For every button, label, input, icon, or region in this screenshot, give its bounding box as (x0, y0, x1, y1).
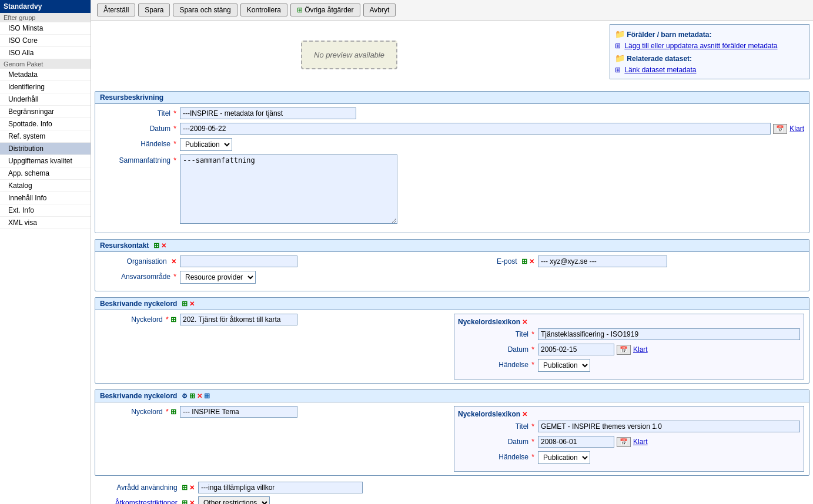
aterstall-button[interactable]: Återställ (97, 4, 135, 16)
nyckelord2-word-add-icon[interactable]: ⊞ (170, 408, 176, 416)
ansvarsomrade-input-wrapper: Resource provider Custodian Owner User D… (180, 271, 446, 284)
nyckelord2-lexikon-cal-btn[interactable]: 📅 (617, 437, 631, 447)
parent-metadata-box: 📁 Förälder / barn metadata: ⊞ Lägg till … (610, 24, 809, 79)
nyckelord1-lexikon-datum-label: Datum * (458, 344, 534, 354)
parent-link[interactable]: Lägg till eller uppdatera avsnitt föräld… (624, 42, 777, 50)
handelse-select[interactable]: Publication Creation Revision (180, 138, 232, 151)
nyckelord1-lexikon-handelse-select[interactable]: Publication Creation Revision (538, 359, 590, 372)
ansvarsomrade-label: Ansvarsområde * (100, 271, 176, 281)
sidebar-item-innehall-info[interactable]: Innehåll Info (0, 192, 91, 204)
nyckelord1-label: Nyckelord * ⊞ (100, 314, 176, 324)
nyckelord2-lexikon-datum-row: Datum * 📅 Klart (458, 436, 800, 448)
resurskontakt-section: Resurskontakt ⊞ ✕ Organisation (95, 239, 809, 291)
nyckelord2-remove-icon[interactable]: ✕ (197, 392, 202, 400)
resurskontakt-add-icon[interactable]: ⊞ (153, 241, 159, 250)
epost-input[interactable] (538, 256, 667, 267)
handelse-row: Händelse * Publication Creation Revision (100, 138, 804, 151)
nyckelord1-lexikon-datum-input[interactable] (538, 344, 614, 355)
avradd-row: Avrådd användning ⊞ ✕ (95, 482, 809, 493)
avradd-input[interactable] (198, 482, 363, 493)
nyckelord2-lexikon-datum-label: Datum * (458, 436, 534, 446)
related-link[interactable]: Länk dataset metadata (624, 66, 696, 74)
sidebar-item-xml-visa[interactable]: XML visa (0, 217, 91, 229)
sammanfattning-row: Sammanfattning * ---sammanfattning (100, 154, 804, 226)
sidebar-item-iso-core[interactable]: ISO Core (0, 35, 91, 47)
datum-input-wrapper: 📅 Klart (180, 123, 804, 135)
folder-icon: 📁 (615, 29, 625, 39)
atkomst-select[interactable]: Other restrictions Copyright Patent Pate… (198, 496, 270, 504)
sidebar-item-iso-minsta[interactable]: ISO Minsta (0, 22, 91, 35)
spara-stang-button[interactable]: Spara och stäng (173, 4, 237, 16)
atkomst-add-icon[interactable]: ⊞ (182, 499, 188, 504)
nyckelord1-lexikon-handelse-label: Händelse * (458, 359, 534, 369)
ansvarsomrade-required: * (173, 273, 176, 281)
organisation-input[interactable] (180, 256, 297, 267)
nyckelord1-word-add-icon[interactable]: ⊞ (170, 315, 176, 324)
expand-icon[interactable]: ⊞ (615, 42, 621, 50)
sidebar-item-metadata[interactable]: Metadata (0, 69, 91, 81)
nyckelord1-lexikon-klart[interactable]: Klart (633, 345, 648, 354)
ansvarsomrade-select[interactable]: Resource provider Custodian Owner User D… (180, 271, 256, 284)
spara-button[interactable]: Spara (138, 4, 170, 16)
sidebar-item-ext-info[interactable]: Ext. Info (0, 204, 91, 217)
nyckelord2-gear-icon[interactable]: ⚙ (182, 392, 188, 400)
avbryt-button[interactable]: Avbryt (363, 4, 396, 16)
nyckelord1-input[interactable] (180, 314, 297, 325)
nyckelord2-lexikon-handelse-row: Händelse * Publication Creation Revision (458, 451, 800, 464)
nyckelord2-lexikon-datum-input[interactable] (538, 436, 614, 448)
sammanfattning-textarea[interactable]: ---sammanfattning (180, 154, 397, 224)
nyckelord2-lexikon-title: Nyckelordslexikon (458, 410, 520, 418)
sidebar-item-identifiering[interactable]: Identifiering (0, 81, 91, 93)
sidebar-item-underhall[interactable]: Underhåll (0, 93, 91, 106)
atkomst-row: Åtkomstrestriktioner ⊞ ✕ Other restricti… (95, 496, 809, 504)
expand2-icon[interactable]: ⊞ (615, 66, 621, 74)
nyckelord1-row: Nyckelord * ⊞ (100, 314, 442, 325)
nyckelord1-section: Beskrivande nyckelord ⊞ ✕ Nyckelord (95, 297, 809, 384)
org-remove-icon[interactable]: ✕ (171, 258, 176, 266)
nyckelord2-lexikon-remove[interactable]: ✕ (522, 411, 527, 418)
datum-cal-button[interactable]: 📅 (773, 124, 787, 134)
nyckelord2-required: * (166, 408, 169, 416)
sidebar-item-distribution[interactable]: Distribution (0, 143, 91, 155)
sidebar-item-uppgifternas-kvalitet[interactable]: Uppgifternas kvalitet (0, 155, 91, 167)
sidebar-item-spottade-info[interactable]: Spottade. Info (0, 118, 91, 130)
datum-required: * (173, 125, 176, 133)
datum-input[interactable] (180, 123, 771, 135)
organisation-row: Organisation ✕ (100, 256, 446, 267)
nyckelord2-lexikon-handelse-select[interactable]: Publication Creation Revision (538, 451, 590, 464)
sidebar-item-begransningar[interactable]: Begränsningar (0, 106, 91, 118)
epost-remove-icon[interactable]: ✕ (529, 258, 534, 266)
datum-row: Datum * 📅 Klart (100, 123, 804, 135)
nyckelord2-lexikon-titel-input[interactable] (538, 421, 800, 432)
nyckelord1-lexikon-titel-input[interactable] (538, 328, 800, 340)
sidebar-item-ref-system[interactable]: Ref. system (0, 130, 91, 143)
no-preview: No preview available (301, 41, 397, 69)
kontrollera-button[interactable]: Kontrollera (240, 4, 287, 16)
datum-klart-link[interactable]: Klart (789, 125, 804, 133)
atkomst-link[interactable]: Åtkomstrestriktioner (115, 499, 178, 504)
ovriga-atgarder-button[interactable]: ⊞ Övriga åtgärder (290, 4, 360, 16)
nyckelord2-lexikon-titel-row: Titel * (458, 421, 800, 432)
nyckelord2-add2-icon[interactable]: ⊞ (204, 392, 210, 400)
nyckelord2-input[interactable] (180, 406, 297, 418)
resurskontakt-remove-icon[interactable]: ✕ (161, 242, 166, 250)
nyckelord2-add-icon[interactable]: ⊞ (189, 392, 195, 400)
avradd-remove-icon[interactable]: ✕ (189, 484, 195, 492)
nyckelord1-remove-icon[interactable]: ✕ (189, 300, 195, 308)
sidebar-item-app-schema[interactable]: App. schema (0, 167, 91, 180)
nyckelord2-row: Nyckelord * ⊞ (100, 406, 442, 418)
nyckelord1-lexikon-remove[interactable]: ✕ (522, 318, 527, 326)
nyckelord1-add-icon[interactable]: ⊞ (182, 300, 188, 308)
datum-label: Datum * (100, 123, 176, 133)
nyckelord1-lexikon-cal-btn[interactable]: 📅 (617, 345, 631, 355)
nyckelord2-lexikon-klart[interactable]: Klart (633, 438, 648, 446)
atkomst-remove-icon[interactable]: ✕ (189, 499, 195, 505)
sidebar-item-katalog[interactable]: Katalog (0, 180, 91, 192)
titel-input-wrapper (180, 107, 804, 119)
epost-add-icon[interactable]: ⊞ (521, 257, 527, 266)
sidebar-item-iso-alla[interactable]: ISO Alla (0, 47, 91, 59)
titel-input[interactable] (180, 107, 356, 119)
avradd-add-icon[interactable]: ⊞ (182, 483, 188, 492)
nyckelord1-lexikon-titel-label: Titel * (458, 328, 534, 338)
nyckelord1-lexikon-datum-row: Datum * 📅 Klart (458, 344, 800, 355)
